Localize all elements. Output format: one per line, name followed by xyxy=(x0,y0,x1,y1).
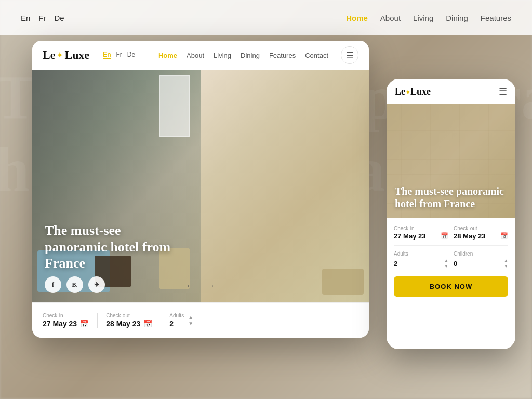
hamburger-button[interactable]: ☰ xyxy=(341,46,358,64)
desktop-lang-switcher[interactable]: En Fr De xyxy=(103,51,135,59)
nav-contact[interactable]: Contact xyxy=(305,51,328,59)
checkin-value: 27 May 23 xyxy=(43,320,77,328)
hero-area: The must-see panoramic hotel from France… xyxy=(32,70,369,302)
mobile-checkout-calendar-icon[interactable]: 📅 xyxy=(500,232,508,240)
mobile-adults-down[interactable]: ▼ xyxy=(444,263,448,269)
mobile-divider xyxy=(394,245,508,246)
checkout-field[interactable]: Check-out 28 May 23 📅 xyxy=(106,313,152,328)
bg-nav-links: Home About Living Dining Features xyxy=(346,14,511,22)
mobile-booking-form: Check-in 27 May 23 📅 Check-out 28 May 23… xyxy=(387,218,515,349)
desktop-card: Le✦Luxe En Fr De Home About Living Dinin… xyxy=(32,41,369,338)
mobile-checkout-field[interactable]: Check-out 28 May 23 📅 xyxy=(454,225,508,240)
bg-lang-switcher: En Fr De xyxy=(21,14,64,22)
lang-de[interactable]: De xyxy=(127,51,135,59)
adults-down-arrow[interactable]: ▼ xyxy=(188,321,193,326)
mobile-checkin-value: 27 May 23 xyxy=(394,232,425,240)
divider-2 xyxy=(161,313,161,328)
checkin-label: Check-in xyxy=(43,313,89,318)
checkin-calendar-icon[interactable]: 📅 xyxy=(80,320,89,328)
lang-fr[interactable]: Fr xyxy=(116,51,122,59)
mobile-children-up[interactable]: ▲ xyxy=(504,258,508,263)
bg-lang-fr: Fr xyxy=(38,14,46,22)
mobile-logo-asterisk-icon: ✦ xyxy=(405,89,410,96)
desktop-logo: Le✦Luxe xyxy=(43,48,89,62)
mobile-checkin-label: Check-in xyxy=(394,225,448,231)
bg-nav-features: Features xyxy=(481,14,511,22)
prev-arrow-button[interactable]: ← xyxy=(183,278,197,293)
mobile-adults-row: Adults 2 ▲ ▼ Children 0 ▲ ▼ xyxy=(394,251,508,269)
nav-features[interactable]: Features xyxy=(269,51,296,59)
sofa-decoration xyxy=(322,269,364,295)
bg-nav-living: Living xyxy=(413,14,433,22)
hero-right-panel xyxy=(201,70,369,302)
booking-button[interactable]: B. xyxy=(66,276,83,293)
mobile-children-down[interactable]: ▼ xyxy=(504,263,508,269)
mobile-adults-field[interactable]: Adults 2 ▲ ▼ xyxy=(394,251,448,269)
next-arrow-button[interactable]: → xyxy=(204,278,218,293)
mobile-card: Le✦Luxe ☰ The must-see panoramic hotel f… xyxy=(387,79,515,349)
social-icons: f B. ✈ xyxy=(45,276,105,293)
background-nav: En Fr De Home About Living Dining Featur… xyxy=(0,0,532,35)
nav-living[interactable]: Living xyxy=(214,51,231,59)
mobile-children-value: 0 xyxy=(454,260,457,268)
mobile-children-label: Children xyxy=(454,251,508,257)
nav-about[interactable]: About xyxy=(187,51,204,59)
checkout-calendar-icon[interactable]: 📅 xyxy=(143,320,152,328)
bg-nav-home: Home xyxy=(346,14,368,22)
facebook-button[interactable]: f xyxy=(45,276,61,293)
mobile-checkin-calendar-icon[interactable]: 📅 xyxy=(441,232,448,240)
mobile-hero-title: The must-see panoramic hotel from France xyxy=(395,185,507,210)
mobile-hamburger-button[interactable]: ☰ xyxy=(499,86,507,97)
adults-label: Adults xyxy=(169,313,184,318)
lang-en[interactable]: En xyxy=(103,51,111,59)
checkout-value: 28 May 23 xyxy=(106,320,140,328)
bg-nav-dining: Dining xyxy=(446,14,468,22)
adults-field[interactable]: Adults 2 ▲ ▼ xyxy=(169,313,193,328)
logo-asterisk-icon: ✦ xyxy=(57,51,63,60)
bg-nav-about: About xyxy=(380,14,401,22)
bg-lang-de: De xyxy=(55,14,64,22)
arrow-navigation: ← → xyxy=(183,278,218,293)
mobile-logo: Le✦Luxe xyxy=(395,86,431,97)
mobile-checkout-label: Check-out xyxy=(454,225,508,231)
mobile-checkin-field[interactable]: Check-in 27 May 23 📅 xyxy=(394,225,448,240)
mobile-dates-row: Check-in 27 May 23 📅 Check-out 28 May 23… xyxy=(394,225,508,240)
adults-up-arrow[interactable]: ▲ xyxy=(188,315,193,320)
mobile-header: Le✦Luxe ☰ xyxy=(387,79,515,104)
divider-1 xyxy=(97,313,98,328)
mobile-checkout-value: 28 May 23 xyxy=(454,232,485,240)
mobile-adults-value: 2 xyxy=(394,260,397,268)
mobile-adults-up[interactable]: ▲ xyxy=(444,258,448,263)
desktop-booking-bar: Check-in 27 May 23 📅 Check-out 28 May 23… xyxy=(32,302,369,338)
adults-value: 2 xyxy=(169,320,184,328)
mobile-children-field[interactable]: Children 0 ▲ ▼ xyxy=(454,251,508,269)
tripadvisor-button[interactable]: ✈ xyxy=(88,276,105,293)
checkout-label: Check-out xyxy=(106,313,152,318)
mobile-hero: The must-see panoramic hotel from France xyxy=(387,104,515,218)
desktop-nav: Home About Living Dining Features Contac… xyxy=(158,51,328,59)
bg-lang-en: En xyxy=(21,14,30,22)
nav-dining[interactable]: Dining xyxy=(241,51,260,59)
checkin-field[interactable]: Check-in 27 May 23 📅 xyxy=(43,313,89,328)
hero-title: The must-see panoramic hotel from France xyxy=(45,222,180,271)
nav-home[interactable]: Home xyxy=(158,51,177,59)
window-decoration xyxy=(159,75,190,137)
book-now-button[interactable]: BOOK NOW xyxy=(394,276,508,297)
desktop-header: Le✦Luxe En Fr De Home About Living Dinin… xyxy=(32,41,369,70)
mobile-adults-label: Adults xyxy=(394,251,448,257)
